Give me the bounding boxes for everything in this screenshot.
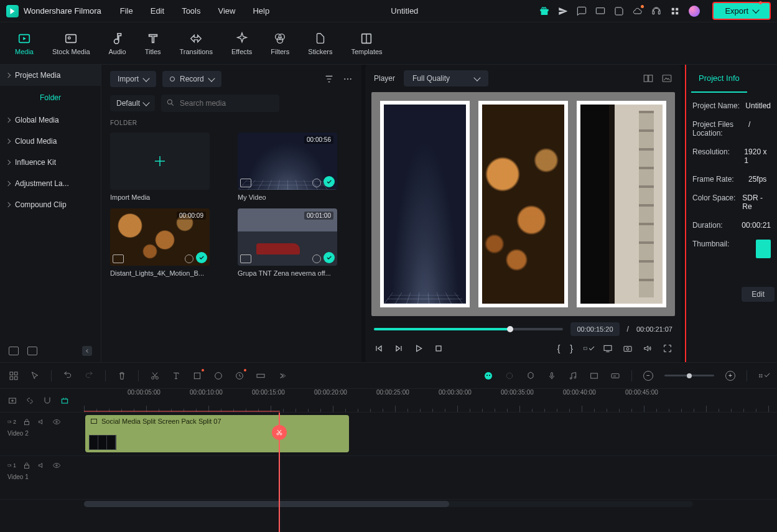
folder-icon[interactable] — [27, 347, 37, 355]
tab-transitions[interactable]: Transitions — [176, 29, 216, 58]
import-button[interactable]: Import — [110, 71, 156, 87]
export-button[interactable]: Export — [712, 2, 771, 20]
music-icon[interactable] — [568, 371, 578, 381]
delete-icon[interactable] — [117, 371, 127, 381]
player-viewport[interactable] — [371, 92, 675, 316]
tab-stock-media[interactable]: Stock Media — [49, 29, 94, 58]
sidebar-adjustment-layer[interactable]: Adjustment La... — [0, 173, 101, 194]
voice-icon[interactable] — [547, 371, 557, 381]
tl-insert-icon[interactable] — [7, 396, 17, 406]
tab-audio[interactable]: Audio — [105, 29, 130, 58]
project-info-tab[interactable]: Project Info — [691, 65, 747, 93]
edit-button[interactable]: Edit — [742, 287, 775, 302]
gift-icon[interactable] — [539, 6, 549, 16]
volume-icon[interactable] — [643, 343, 653, 353]
user-avatar[interactable] — [689, 6, 700, 17]
tl-view-icon[interactable] — [758, 371, 768, 381]
track-cam-icon[interactable]: 1 — [7, 461, 16, 470]
media-clip-my-video[interactable]: 00:00:56 My Video — [238, 133, 353, 201]
menu-file[interactable]: File — [120, 6, 133, 16]
tl-magnet-icon[interactable] — [42, 396, 52, 406]
text-icon[interactable] — [171, 371, 181, 381]
sidebar-cloud-media[interactable]: Cloud Media — [0, 131, 101, 152]
track-mute-icon[interactable] — [37, 418, 46, 426]
menu-view[interactable]: View — [218, 6, 235, 16]
marker-icon[interactable] — [526, 371, 536, 381]
quality-dropdown[interactable]: Full Quality — [404, 70, 488, 86]
record-button[interactable]: Record — [162, 71, 221, 87]
sidebar-global-media[interactable]: Global Media — [0, 110, 101, 131]
playhead[interactable] — [279, 413, 280, 532]
tl-link-icon[interactable] — [25, 396, 35, 406]
zoom-slider[interactable] — [664, 375, 714, 376]
menu-edit[interactable]: Edit — [151, 6, 164, 16]
menu-tools[interactable]: Tools — [182, 6, 200, 16]
color-icon[interactable] — [213, 371, 223, 381]
screen-icon[interactable] — [595, 6, 605, 16]
fullscreen-icon[interactable] — [663, 343, 672, 353]
more-tools-icon[interactable] — [277, 371, 287, 381]
cloud-icon[interactable] — [633, 6, 643, 16]
track-lock-icon[interactable] — [22, 461, 31, 470]
undo-icon[interactable] — [63, 371, 73, 381]
caption-icon[interactable]: cc — [610, 371, 620, 381]
keyframe-icon[interactable] — [256, 371, 266, 381]
ai-icon[interactable] — [483, 371, 493, 381]
message-icon[interactable] — [577, 6, 587, 16]
speed-icon[interactable] — [235, 371, 244, 381]
tab-stickers[interactable]: Stickers — [304, 29, 336, 58]
track-cam-icon[interactable]: 2 — [7, 418, 16, 426]
headphones-icon[interactable] — [651, 6, 661, 16]
zoom-in-icon[interactable]: + — [725, 371, 735, 381]
save-icon[interactable] — [614, 6, 624, 16]
tab-templates[interactable]: Templates — [347, 29, 386, 58]
filter-icon[interactable] — [324, 74, 334, 84]
progress-slider[interactable] — [374, 328, 563, 330]
collapse-sidebar-icon[interactable] — [82, 346, 92, 356]
tab-filters[interactable]: Filters — [267, 29, 293, 58]
prev-frame-icon[interactable] — [374, 343, 384, 353]
redo-icon[interactable] — [84, 371, 94, 381]
enhance-icon[interactable] — [505, 371, 514, 381]
menu-help[interactable]: Help — [253, 6, 269, 16]
media-clip-grupa-tnt[interactable]: 00:01:00 Grupa TNT Zena neverna off... — [238, 208, 353, 277]
display-icon[interactable] — [603, 343, 613, 353]
picture-icon[interactable] — [661, 73, 672, 84]
more-icon[interactable] — [343, 74, 353, 84]
track-mute-icon[interactable] — [37, 461, 46, 470]
layout-icon[interactable] — [643, 73, 654, 84]
cut-icon[interactable] — [150, 371, 160, 381]
track-eye-icon[interactable] — [52, 461, 61, 470]
tl-select-icon[interactable] — [9, 371, 19, 381]
sidebar-project-media[interactable]: Project Media — [0, 65, 101, 86]
sort-dropdown[interactable]: Default — [110, 95, 155, 111]
next-frame-icon[interactable] — [394, 343, 404, 353]
sidebar-folder[interactable]: Folder — [0, 86, 101, 110]
track-lock-icon[interactable] — [22, 418, 31, 426]
zoom-out-icon[interactable]: − — [643, 371, 653, 381]
split-icon[interactable] — [272, 425, 287, 440]
timeline-scrollbar[interactable] — [84, 501, 693, 507]
sidebar-influence-kit[interactable]: Influence Kit — [0, 152, 101, 173]
snapshot-icon[interactable] — [623, 343, 633, 353]
search-input[interactable] — [161, 95, 279, 112]
new-folder-icon[interactable] — [9, 347, 19, 355]
tl-auto-icon[interactable] — [60, 396, 70, 406]
import-media-tile[interactable]: Import Media — [110, 133, 225, 201]
stop-icon[interactable] — [434, 343, 444, 353]
mixer-icon[interactable] — [589, 371, 599, 381]
tl-cursor-icon[interactable] — [30, 371, 40, 381]
timeline-clip[interactable]: Social Media Split Screen Pack Split 07 — [85, 415, 349, 452]
timeline-ruler[interactable]: 00:00:05:0000:00:10:0000:00:15:0000:00:2… — [84, 389, 777, 412]
media-clip-distant-lights[interactable]: 00:00:09 Distant_Lights_4K_Motion_B... — [110, 208, 225, 277]
ratio-icon[interactable] — [583, 343, 593, 353]
tab-titles[interactable]: Titles — [141, 29, 165, 58]
tab-media[interactable]: Media — [11, 29, 37, 58]
mark-out-icon[interactable]: } — [570, 343, 573, 353]
crop-icon[interactable] — [192, 371, 202, 381]
track-eye-icon[interactable] — [52, 418, 61, 426]
send-icon[interactable] — [558, 6, 568, 16]
sidebar-compound-clip[interactable]: Compound Clip — [0, 194, 101, 215]
grid-icon[interactable] — [670, 6, 680, 16]
play-icon[interactable] — [414, 343, 424, 353]
